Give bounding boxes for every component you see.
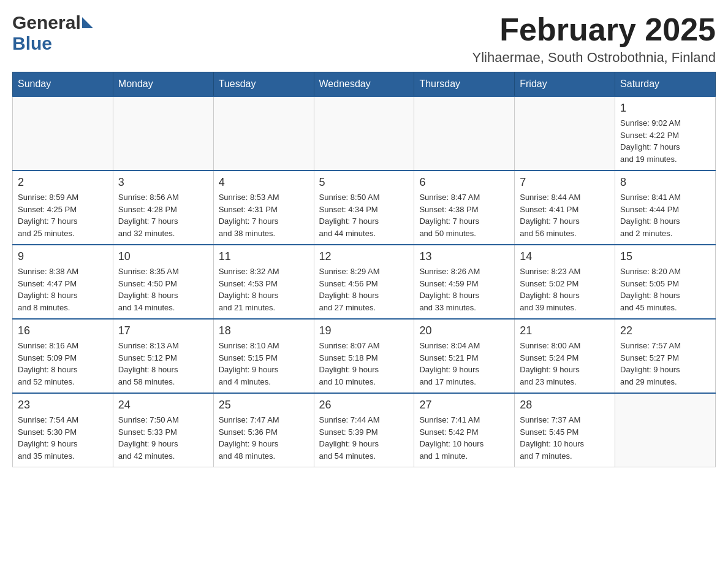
weekday-header-monday: Monday — [113, 72, 213, 97]
day-number: 16 — [18, 324, 108, 337]
calendar-cell-week4-day4: 27Sunrise: 7:41 AM Sunset: 5:42 PM Dayli… — [414, 393, 515, 467]
day-number: 14 — [520, 250, 610, 263]
day-number: 21 — [520, 324, 610, 337]
calendar-cell-week3-day6: 22Sunrise: 7:57 AM Sunset: 5:27 PM Dayli… — [615, 319, 716, 393]
day-number: 18 — [219, 324, 309, 337]
day-info: Sunrise: 8:16 AM Sunset: 5:09 PM Dayligh… — [18, 340, 108, 388]
calendar-week-row-2: 9Sunrise: 8:38 AM Sunset: 4:47 PM Daylig… — [13, 245, 716, 319]
calendar-week-row-1: 2Sunrise: 8:59 AM Sunset: 4:25 PM Daylig… — [13, 170, 716, 245]
calendar-cell-week3-day4: 20Sunrise: 8:04 AM Sunset: 5:21 PM Dayli… — [414, 319, 515, 393]
day-info: Sunrise: 8:10 AM Sunset: 5:15 PM Dayligh… — [219, 340, 309, 388]
calendar-cell-week2-day0: 9Sunrise: 8:38 AM Sunset: 4:47 PM Daylig… — [13, 245, 113, 319]
day-number: 9 — [18, 250, 108, 263]
day-number: 26 — [319, 399, 409, 412]
day-info: Sunrise: 8:04 AM Sunset: 5:21 PM Dayligh… — [419, 340, 509, 388]
month-title: February 2025 — [472, 12, 716, 47]
calendar-cell-week4-day1: 24Sunrise: 7:50 AM Sunset: 5:33 PM Dayli… — [113, 393, 213, 467]
calendar-cell-week0-day3 — [314, 96, 414, 170]
calendar-cell-week1-day2: 4Sunrise: 8:53 AM Sunset: 4:31 PM Daylig… — [213, 170, 314, 245]
day-number: 19 — [319, 324, 409, 337]
day-number: 24 — [118, 399, 208, 412]
calendar-cell-week1-day6: 8Sunrise: 8:41 AM Sunset: 4:44 PM Daylig… — [615, 170, 716, 245]
day-info: Sunrise: 8:56 AM Sunset: 4:28 PM Dayligh… — [118, 191, 208, 239]
day-info: Sunrise: 9:02 AM Sunset: 4:22 PM Dayligh… — [620, 117, 710, 165]
day-info: Sunrise: 8:38 AM Sunset: 4:47 PM Dayligh… — [18, 266, 108, 313]
calendar-cell-week2-day5: 14Sunrise: 8:23 AM Sunset: 5:02 PM Dayli… — [515, 245, 615, 319]
calendar-week-row-0: 1Sunrise: 9:02 AM Sunset: 4:22 PM Daylig… — [13, 96, 716, 170]
calendar-cell-week4-day6 — [615, 393, 716, 467]
day-info: Sunrise: 8:44 AM Sunset: 4:41 PM Dayligh… — [520, 191, 610, 239]
day-info: Sunrise: 8:29 AM Sunset: 4:56 PM Dayligh… — [319, 266, 409, 313]
logo-blue-text: Blue — [12, 33, 52, 54]
day-number: 1 — [620, 102, 710, 115]
calendar-cell-week4-day3: 26Sunrise: 7:44 AM Sunset: 5:39 PM Dayli… — [314, 393, 414, 467]
calendar-cell-week3-day1: 17Sunrise: 8:13 AM Sunset: 5:12 PM Dayli… — [113, 319, 213, 393]
calendar-cell-week2-day4: 13Sunrise: 8:26 AM Sunset: 4:59 PM Dayli… — [414, 245, 515, 319]
day-info: Sunrise: 7:54 AM Sunset: 5:30 PM Dayligh… — [18, 414, 108, 462]
day-number: 28 — [520, 399, 610, 412]
day-number: 25 — [219, 399, 309, 412]
weekday-header-tuesday: Tuesday — [213, 72, 314, 97]
day-number: 8 — [620, 176, 710, 189]
calendar-week-row-4: 23Sunrise: 7:54 AM Sunset: 5:30 PM Dayli… — [13, 393, 716, 467]
calendar-cell-week2-day2: 11Sunrise: 8:32 AM Sunset: 4:53 PM Dayli… — [213, 245, 314, 319]
location-title: Ylihaermae, South Ostrobothnia, Finland — [472, 50, 716, 66]
day-info: Sunrise: 8:23 AM Sunset: 5:02 PM Dayligh… — [520, 266, 610, 313]
day-number: 15 — [620, 250, 710, 263]
title-section: February 2025 Ylihaermae, South Ostrobot… — [472, 12, 716, 66]
weekday-header-sunday: Sunday — [13, 72, 113, 97]
day-info: Sunrise: 8:53 AM Sunset: 4:31 PM Dayligh… — [219, 191, 309, 239]
calendar-cell-week2-day1: 10Sunrise: 8:35 AM Sunset: 4:50 PM Dayli… — [113, 245, 213, 319]
weekday-header-wednesday: Wednesday — [314, 72, 414, 97]
day-info: Sunrise: 8:59 AM Sunset: 4:25 PM Dayligh… — [18, 191, 108, 239]
calendar-cell-week3-day0: 16Sunrise: 8:16 AM Sunset: 5:09 PM Dayli… — [13, 319, 113, 393]
calendar-cell-week0-day1 — [113, 96, 213, 170]
calendar-cell-week3-day3: 19Sunrise: 8:07 AM Sunset: 5:18 PM Dayli… — [314, 319, 414, 393]
calendar-cell-week1-day4: 6Sunrise: 8:47 AM Sunset: 4:38 PM Daylig… — [414, 170, 515, 245]
day-number: 4 — [219, 176, 309, 189]
calendar-cell-week1-day1: 3Sunrise: 8:56 AM Sunset: 4:28 PM Daylig… — [113, 170, 213, 245]
calendar-cell-week0-day4 — [414, 96, 515, 170]
day-info: Sunrise: 7:41 AM Sunset: 5:42 PM Dayligh… — [419, 414, 509, 462]
day-info: Sunrise: 8:41 AM Sunset: 4:44 PM Dayligh… — [620, 191, 710, 239]
day-info: Sunrise: 7:44 AM Sunset: 5:39 PM Dayligh… — [319, 414, 409, 462]
calendar-cell-week4-day5: 28Sunrise: 7:37 AM Sunset: 5:45 PM Dayli… — [515, 393, 615, 467]
day-info: Sunrise: 8:47 AM Sunset: 4:38 PM Dayligh… — [419, 191, 509, 239]
day-info: Sunrise: 8:50 AM Sunset: 4:34 PM Dayligh… — [319, 191, 409, 239]
calendar-cell-week0-day5 — [515, 96, 615, 170]
day-info: Sunrise: 7:50 AM Sunset: 5:33 PM Dayligh… — [118, 414, 208, 462]
weekday-header-row: SundayMondayTuesdayWednesdayThursdayFrid… — [13, 72, 716, 97]
calendar-cell-week1-day5: 7Sunrise: 8:44 AM Sunset: 4:41 PM Daylig… — [515, 170, 615, 245]
day-number: 7 — [520, 176, 610, 189]
day-info: Sunrise: 8:35 AM Sunset: 4:50 PM Dayligh… — [118, 266, 208, 313]
calendar-cell-week0-day0 — [13, 96, 113, 170]
page-header: General Blue February 2025 Ylihaermae, S… — [12, 12, 716, 66]
day-number: 6 — [419, 176, 509, 189]
weekday-header-friday: Friday — [515, 72, 615, 97]
day-number: 3 — [118, 176, 208, 189]
calendar-cell-week3-day2: 18Sunrise: 8:10 AM Sunset: 5:15 PM Dayli… — [213, 319, 314, 393]
day-number: 10 — [118, 250, 208, 263]
day-info: Sunrise: 8:32 AM Sunset: 4:53 PM Dayligh… — [219, 266, 309, 313]
calendar-cell-week1-day0: 2Sunrise: 8:59 AM Sunset: 4:25 PM Daylig… — [13, 170, 113, 245]
logo: General Blue — [12, 12, 93, 54]
day-info: Sunrise: 7:57 AM Sunset: 5:27 PM Dayligh… — [620, 340, 710, 388]
day-number: 20 — [419, 324, 509, 337]
logo-arrow-icon — [82, 17, 93, 28]
day-info: Sunrise: 8:26 AM Sunset: 4:59 PM Dayligh… — [419, 266, 509, 313]
day-number: 27 — [419, 399, 509, 412]
calendar-cell-week2-day3: 12Sunrise: 8:29 AM Sunset: 4:56 PM Dayli… — [314, 245, 414, 319]
calendar-cell-week0-day6: 1Sunrise: 9:02 AM Sunset: 4:22 PM Daylig… — [615, 96, 716, 170]
day-info: Sunrise: 7:47 AM Sunset: 5:36 PM Dayligh… — [219, 414, 309, 462]
day-number: 11 — [219, 250, 309, 263]
calendar-cell-week4-day0: 23Sunrise: 7:54 AM Sunset: 5:30 PM Dayli… — [13, 393, 113, 467]
calendar-week-row-3: 16Sunrise: 8:16 AM Sunset: 5:09 PM Dayli… — [13, 319, 716, 393]
day-number: 12 — [319, 250, 409, 263]
calendar-table: SundayMondayTuesdayWednesdayThursdayFrid… — [12, 72, 716, 467]
weekday-header-thursday: Thursday — [414, 72, 515, 97]
weekday-header-saturday: Saturday — [615, 72, 716, 97]
day-number: 2 — [18, 176, 108, 189]
day-info: Sunrise: 7:37 AM Sunset: 5:45 PM Dayligh… — [520, 414, 610, 462]
day-number: 5 — [319, 176, 409, 189]
day-info: Sunrise: 8:20 AM Sunset: 5:05 PM Dayligh… — [620, 266, 710, 313]
